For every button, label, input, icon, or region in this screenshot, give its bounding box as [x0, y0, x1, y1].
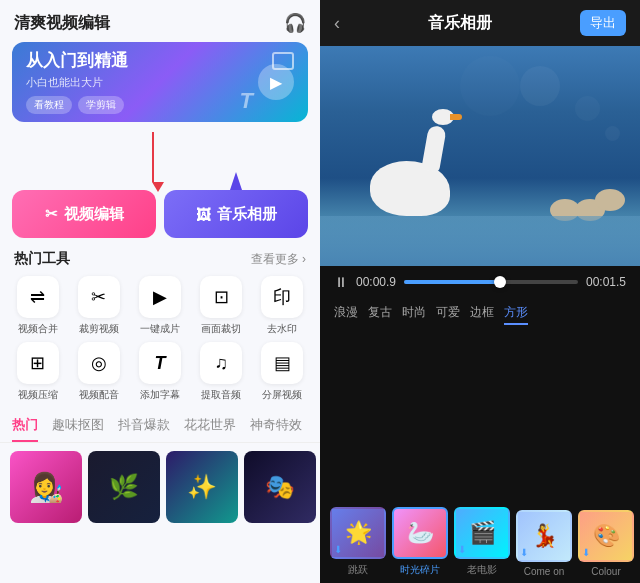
arrow-line	[152, 132, 154, 182]
thumb-face-4: 🎭	[265, 473, 295, 501]
music-album-label: 音乐相册	[217, 205, 277, 224]
pause-icon[interactable]: ⏸	[334, 274, 348, 290]
clip-label-come-on: Come on	[524, 566, 565, 577]
clip-item-come-on[interactable]: 💃 ⬇ Come on	[516, 510, 572, 577]
thumb-item-2[interactable]: 🌿	[88, 451, 160, 523]
compress-icon: ⊞	[17, 342, 59, 384]
clip-label-colour: Colour	[591, 566, 620, 577]
subtitle-icon: T	[139, 342, 181, 384]
download-icon-old-movie: ⬇	[458, 544, 466, 555]
merge-label: 视频合并	[18, 322, 58, 336]
banner-buttons: 看教程 学剪辑	[26, 96, 258, 114]
filter-border[interactable]: 边框	[470, 302, 494, 325]
tool-split-screen[interactable]: ▤ 分屏视频	[255, 342, 310, 402]
video-edit-button[interactable]: ✂ 视频编辑	[12, 190, 156, 238]
watermark-label: 去水印	[267, 322, 297, 336]
clip-thumb-come-on: 💃 ⬇	[516, 510, 572, 562]
back-button[interactable]: ‹	[334, 13, 340, 34]
right-panel: ‹ 音乐相册 导出 ⏸ 00:00	[320, 0, 640, 583]
swan-neck	[421, 125, 447, 172]
filter-row: 浪漫 复古 时尚 可爱 边框 方形	[320, 296, 640, 331]
crop-video-icon: ✂	[78, 276, 120, 318]
tab-trending[interactable]: 抖音爆款	[118, 416, 170, 442]
filter-square[interactable]: 方形	[504, 302, 528, 325]
clip-thumb-jump: 🌟 ⬇	[330, 507, 386, 559]
swan-figure	[370, 161, 450, 216]
left-header: 清爽视频编辑 🎧	[0, 0, 320, 42]
banner-main-text: 从入门到精通	[26, 50, 258, 72]
tab-hot[interactable]: 热门	[12, 416, 38, 442]
tab-cutout[interactable]: 趣味抠图	[52, 416, 104, 442]
tab-effects[interactable]: 神奇特效	[250, 416, 302, 442]
tool-compress[interactable]: ⊞ 视频压缩	[10, 342, 65, 402]
banner-btn-tutorial[interactable]: 看教程	[26, 96, 72, 114]
tool-dubbing[interactable]: ◎ 视频配音	[71, 342, 126, 402]
t-decoration-icon: T	[240, 88, 253, 114]
image-icon: 🖼	[196, 206, 211, 223]
filter-fashion[interactable]: 时尚	[402, 302, 426, 325]
bokeh-3	[460, 56, 520, 116]
action-row: ✂ 视频编辑 🖼 音乐相册	[12, 190, 308, 238]
clip-thumb-moments: 🦢	[392, 507, 448, 559]
thumb-item-3[interactable]: ✨	[166, 451, 238, 523]
compress-label: 视频压缩	[18, 388, 58, 402]
clip-item-moments[interactable]: 🦢 时光碎片	[392, 507, 448, 577]
split-screen-label: 分屏视频	[262, 388, 302, 402]
merge-icon: ⇌	[17, 276, 59, 318]
banner-btn-edit[interactable]: 学剪辑	[78, 96, 124, 114]
music-album-button[interactable]: 🖼 音乐相册	[164, 190, 308, 238]
export-button[interactable]: 导出	[580, 10, 626, 36]
one-click-icon: ▶	[139, 276, 181, 318]
subtitle-label: 添加字幕	[140, 388, 180, 402]
swan-beak	[450, 114, 462, 120]
download-icon-come-on: ⬇	[520, 547, 528, 558]
cygnet-3	[595, 189, 625, 211]
tools-grid: ⇌ 视频合并 ✂ 裁剪视频 ▶ 一键成片 ⊡ 画面裁切 印 去水印 ⊞ 视频压缩…	[0, 276, 320, 412]
dubbing-icon: ◎	[78, 342, 120, 384]
clip-item-jump[interactable]: 🌟 ⬇ 跳跃	[330, 507, 386, 577]
scissors-icon: ✂	[45, 205, 58, 223]
clip-thumb-old-movie: 🎬 ⬇	[454, 507, 510, 559]
bokeh-2	[575, 96, 600, 121]
headphone-icon[interactable]: 🎧	[284, 12, 306, 34]
timeline-bar: ⏸ 00:00.9 00:01.5	[320, 266, 640, 296]
clip-item-old-movie[interactable]: 🎬 ⬇ 老电影	[454, 507, 510, 577]
timeline-progress	[404, 280, 500, 284]
filter-cute[interactable]: 可爱	[436, 302, 460, 325]
thumb-item-1[interactable]: 👩‍🎨	[10, 451, 82, 523]
tool-merge[interactable]: ⇌ 视频合并	[10, 276, 65, 336]
one-click-label: 一键成片	[140, 322, 180, 336]
thumb-face-3: ✨	[187, 473, 217, 501]
crop-screen-icon: ⊡	[200, 276, 242, 318]
arrow-head	[152, 182, 164, 192]
left-panel: 清爽视频编辑 🎧 从入门到精通 小白也能出大片 看教程 学剪辑 ▶ T ✂ 视频…	[0, 0, 320, 583]
tool-crop-video[interactable]: ✂ 裁剪视频	[71, 276, 126, 336]
timeline-thumb[interactable]	[494, 276, 506, 288]
view-more-link[interactable]: 查看更多 ›	[251, 251, 306, 268]
download-icon-jump: ⬇	[334, 544, 342, 555]
clip-label-old-movie: 老电影	[467, 563, 497, 577]
app-title: 清爽视频编辑	[14, 13, 110, 34]
extract-audio-label: 提取音频	[201, 388, 241, 402]
timeline-time-start: 00:00.9	[356, 275, 396, 289]
content-thumbnails: 👩‍🎨 🌿 ✨ 🎭	[0, 443, 320, 531]
filter-retro[interactable]: 复古	[368, 302, 392, 325]
tool-one-click[interactable]: ▶ 一键成片	[132, 276, 187, 336]
dubbing-label: 视频配音	[79, 388, 119, 402]
tool-crop-screen[interactable]: ⊡ 画面裁切	[194, 276, 249, 336]
thumb-item-4[interactable]: 🎭	[244, 451, 316, 523]
tab-flowers[interactable]: 花花世界	[184, 416, 236, 442]
timeline-time-end: 00:01.5	[586, 275, 626, 289]
tool-extract-audio[interactable]: ♫ 提取音频	[194, 342, 249, 402]
timeline-track[interactable]	[404, 280, 578, 284]
clip-thumb-moments-inner: 🦢	[394, 509, 446, 557]
banner: 从入门到精通 小白也能出大片 看教程 学剪辑 ▶ T	[12, 42, 308, 122]
crop-screen-label: 画面裁切	[201, 322, 241, 336]
filter-romantic[interactable]: 浪漫	[334, 302, 358, 325]
clip-item-colour[interactable]: 🎨 ⬇ Colour	[578, 510, 634, 577]
bokeh-1	[520, 66, 560, 106]
tool-watermark[interactable]: 印 去水印	[255, 276, 310, 336]
tool-subtitle[interactable]: T 添加字幕	[132, 342, 187, 402]
clip-row: 🌟 ⬇ 跳跃 🦢 时光碎片 🎬 ⬇ 老电影 💃 ⬇ Come on	[320, 331, 640, 583]
content-tabs: 热门 趣味抠图 抖音爆款 花花世界 神奇特效	[0, 412, 320, 443]
